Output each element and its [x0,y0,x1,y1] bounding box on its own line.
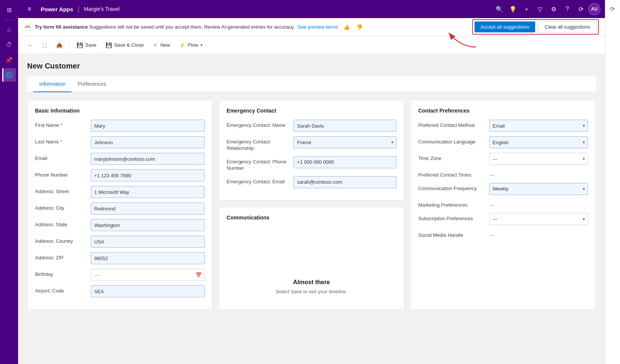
basic-info-title: Basic Information [35,108,205,114]
comm-lang-select[interactable]: English Spanish French [489,136,588,148]
ec-rel-label: Emergency Contact: Relationship [227,136,291,152]
form-row-phone: Phone Number [35,169,205,181]
last-name-input[interactable] [91,136,205,148]
comm-freq-label: Communication Frequency [418,183,486,192]
ec-rel-select[interactable]: Friend Family Spouse [294,136,396,148]
ec-email-label: Emergency Contact: Email [227,176,291,185]
timezone-select[interactable]: --- [489,153,588,165]
subscription-wrap: --- [489,213,588,225]
first-name-label: First Name [35,120,88,129]
flow-button[interactable]: ⚡ Flow ▾ [175,40,206,50]
marketing-value: --- [489,200,588,208]
country-input[interactable] [91,236,205,248]
state-input[interactable] [91,219,205,231]
page-header: New Customer [27,62,596,70]
form-row-timezone: Time Zone --- [418,153,588,165]
airport-wrap [91,285,205,297]
emergency-contact-section: Emergency Contact Emergency Contact: Nam… [219,100,404,201]
form-row-birthday: Birthday 📅 [35,269,205,281]
copilot-icon[interactable]: ⟳ [575,3,587,15]
recent-icon[interactable]: ⏱ [2,38,16,52]
first-name-input[interactable] [91,120,205,132]
banner-text: Try form fill assistance Suggestions wil… [35,24,295,30]
country-label: Address: Country [35,236,88,245]
preview-terms-link[interactable]: See preview terms [298,24,338,30]
comm-freq-select[interactable]: Weekly Daily Monthly [489,183,588,195]
app-name: Power Apps [41,6,73,12]
flow-icon: ⚡ [179,42,185,48]
topbar: ≡ Power Apps | Margie's Travel 🔍 💡 ＋ ▽ ⚙… [18,0,605,18]
toolbar-sep-1 [69,41,70,50]
accept-all-button[interactable]: Accept all suggestions [475,21,535,32]
comms-section-title: Almost there [293,279,330,286]
phone-input[interactable] [91,169,205,181]
tabs: Information Preferences [27,76,596,92]
form-sections: Basic Information First Name Last Name E… [27,100,596,310]
clear-all-button[interactable]: Clear all suggestions [538,21,597,32]
airport-input[interactable] [91,285,205,297]
save-label: Save [85,42,96,48]
birthday-input[interactable] [91,269,205,281]
settings-icon[interactable]: ⚙ [548,3,560,15]
email-wrap [91,153,205,165]
city-input[interactable] [91,203,205,215]
form-row-subscription: Subscription Preferences --- [418,213,588,225]
thumbs-up-icon[interactable]: 👍 [341,22,352,32]
zip-input[interactable] [91,252,205,264]
street-input[interactable] [91,186,205,198]
search-icon[interactable]: 🔍 [493,3,505,15]
svg-point-3 [28,24,29,26]
hamburger-icon[interactable]: ≡ [23,2,36,16]
home-icon[interactable]: ⌂ [2,23,16,37]
ec-phone-input[interactable] [294,156,396,168]
timezone-wrap: --- [489,153,588,165]
last-name-label: Last Name [35,136,88,145]
form-row-ec-phone: Emergency Contact: Phone Number [227,156,396,172]
subscription-select[interactable]: --- [489,213,588,225]
phone-wrap [91,169,205,181]
pin-icon[interactable]: 📌 [2,53,16,67]
ec-email-input[interactable] [294,176,396,188]
ec-name-label: Emergency Contact: Name [227,120,291,129]
share-button[interactable]: 📤 [52,40,66,50]
back-button[interactable]: ← [24,40,37,50]
zip-label: Address: ZIP [35,252,88,261]
comms-title: Communications [227,215,396,221]
contact-method-select[interactable]: Email Phone SMS [489,120,588,132]
right-panel-icon[interactable]: ⟳ [607,3,619,15]
filter-icon[interactable]: ▽ [534,3,546,15]
save-close-button[interactable]: 💾 Save & Close [102,40,148,50]
form-row-contact-method: Preferred Contact Method Email Phone SMS [418,120,588,132]
email-input[interactable] [91,153,205,165]
lightbulb-icon[interactable]: 💡 [507,3,519,15]
new-button[interactable]: ＋ New [149,40,174,51]
banner-feedback: 👍 👎 [341,22,365,32]
globe-icon[interactable]: 🌐 [2,68,16,82]
add-icon[interactable]: ＋ [520,3,533,15]
save-button[interactable]: 💾 Save [73,40,100,50]
svg-point-1 [25,26,27,28]
state-label: Address: State [35,219,88,228]
user-avatar[interactable]: AU [588,3,600,15]
ec-name-input[interactable] [294,120,396,132]
airport-label: Airport: Code [35,285,88,294]
marketing-label: Marketing Preferences [418,200,486,209]
topbar-icons: 🔍 💡 ＋ ▽ ⚙ ? ⟳ AU [493,3,600,15]
tab-information[interactable]: Information [33,76,72,92]
topbar-divider: | [78,5,80,13]
contact-prefs-section: Contact Preferences Preferred Contact Me… [410,100,596,310]
help-icon[interactable]: ? [561,3,573,15]
email-label: Email [35,153,88,162]
restore-icon: ⬚ [42,42,47,48]
apps-icon[interactable]: ⊞ [2,3,16,17]
banner-actions: Accept all suggestions Clear all suggest… [472,19,599,35]
birthday-wrap: 📅 [91,269,205,281]
city-wrap [91,203,205,215]
restore-button[interactable]: ⬚ [38,40,51,50]
form-row-street: Address: Street [35,186,205,198]
save-icon: 💾 [77,42,83,48]
tab-preferences[interactable]: Preferences [72,76,112,92]
thumbs-down-icon[interactable]: 👎 [354,22,365,32]
form-row-comm-lang: Communication Language English Spanish F… [418,136,588,148]
back-icon: ← [28,42,33,48]
